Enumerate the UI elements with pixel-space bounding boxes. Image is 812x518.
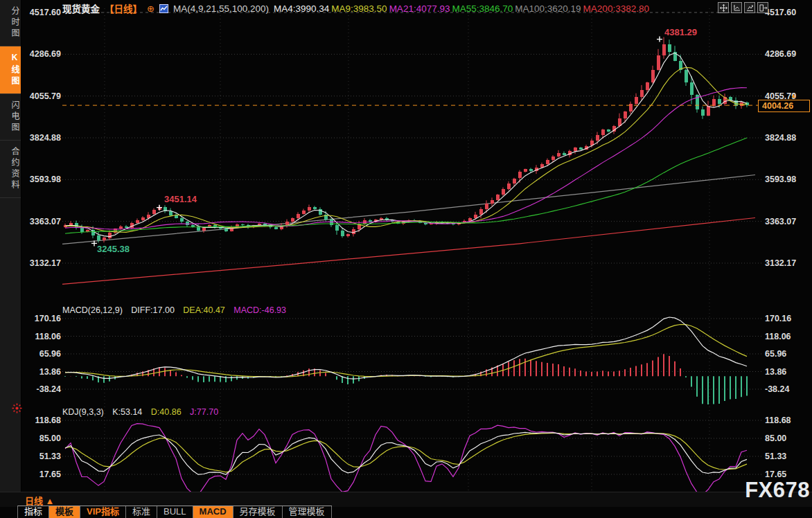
y-axis-label: 3593.98 [765, 175, 796, 184]
y-axis-label: 170.16 [35, 314, 61, 323]
kdj-layer [65, 424, 747, 495]
footer-tab[interactable]: 指标 [18, 506, 49, 518]
y-axis-label: 118.06 [35, 332, 61, 341]
toolbar-move-icon[interactable] [718, 2, 729, 13]
last-price-tag: 4004.26 [758, 100, 810, 112]
y-axis-label: 118.68 [35, 416, 61, 425]
period-tag: 【日线】 [105, 1, 142, 15]
ma-lines [65, 53, 747, 237]
y-axis-label: 118.06 [765, 332, 791, 341]
add-compare-icon[interactable]: ⊕ [147, 4, 155, 13]
footer-tab[interactable]: BULL [157, 506, 193, 518]
y-axis-label: 3363.07 [765, 217, 796, 226]
ma-overlay-lines [62, 175, 755, 285]
footer-tab[interactable]: MACD [193, 506, 233, 518]
y-axis-label: 170.16 [765, 314, 791, 323]
y-axis-label: 13.86 [765, 367, 786, 377]
y-axis-label: 3132.17 [765, 258, 796, 268]
kdj-title: KDJ(9,3,3) [62, 407, 104, 417]
ma-value: MA55:3846.70 [452, 3, 513, 14]
trading-terminal: 3245.383451.144381.294517.604517.604286.… [0, 0, 812, 518]
toolbar-popout-icon[interactable] [757, 2, 768, 13]
macd-diff-value: DIFF:17.00 [131, 305, 175, 315]
y-axis-label: 51.33 [39, 452, 61, 461]
dea-line [65, 325, 747, 377]
y-axis-label: -38.24 [37, 384, 61, 394]
gridlines [62, 8, 762, 492]
macd-dea-value: DEA:40.47 [183, 305, 224, 315]
ma-params-label: MA(4,9,21,55,100,200) [173, 3, 269, 14]
kdj-header: KDJ(9,3,3) K:53.14 D:40.86 J:77.70 [62, 407, 224, 417]
ma-value: MA200:3382.80 [583, 3, 649, 14]
y-axis-label: 4517.60 [30, 8, 61, 17]
ma-value: MA4:3990.34 [274, 3, 329, 14]
toolbar-trend-icon[interactable] [744, 2, 755, 13]
kdj-j-value: J:77.70 [190, 407, 218, 417]
mini-chart-icon[interactable] [159, 4, 168, 13]
macd-header: MACD(26,12,9) DIFF:17.00 DEA:40.47 MACD:… [62, 305, 292, 315]
sidebar-item[interactable]: K线图 [0, 46, 21, 94]
ma-value: MA21:4077.93 [389, 3, 450, 14]
footer-tab[interactable]: VIP指标 [80, 506, 126, 518]
alert-starburst-icon [11, 402, 23, 417]
chart-header: 现货黄金 【日线】 ⊕ MA(4,9,21,55,100,200) MA4:39… [62, 2, 651, 15]
footer-tab[interactable]: 标准 [126, 506, 157, 518]
price-marker-icon: ▲ [791, 92, 797, 99]
diff-line [65, 317, 747, 379]
footer-tab[interactable]: 管理模板 [283, 506, 332, 518]
chart-canvas[interactable]: 3245.383451.144381.294517.604517.604286.… [0, 0, 812, 518]
ma-value: MA9:3983.50 [331, 3, 387, 14]
sidebar-item[interactable]: 分时图 [0, 0, 21, 46]
y-axis-label: 118.68 [765, 416, 791, 425]
price-annotation: 3451.14 [164, 194, 197, 204]
y-axis-label: 65.96 [765, 349, 786, 359]
ma-values: MA4:3990.34MA9:3983.50MA21:4077.93MA55:3… [274, 3, 651, 14]
macd-title: MACD(26,12,9) [62, 305, 123, 315]
macd-layer [65, 317, 747, 406]
d-line [65, 433, 747, 472]
y-axis-label: 85.00 [765, 434, 786, 443]
y-axis-label: 4517.60 [765, 8, 796, 17]
watermark: FX678 [745, 478, 810, 503]
chart-type-sidebar: 分时图K线图闪电图合约资料 [0, 0, 21, 492]
macd-value: MACD:-46.93 [233, 305, 286, 315]
y-axis-label: 3824.88 [30, 133, 61, 143]
axis-labels: 4517.604517.604286.694286.694055.794055.… [30, 8, 796, 505]
sidebar-item[interactable]: 合约资料 [0, 141, 21, 198]
y-axis-label: 17.65 [39, 470, 61, 479]
price-annotation: 3245.38 [97, 244, 130, 254]
footer-tab[interactable]: 模板 [49, 506, 80, 518]
chart-toolbar [718, 2, 768, 13]
indicator-tab-bar: 指标模板VIP指标标准BULLMACD另存模板管理模板 [17, 506, 332, 518]
x-axis-row: 日线 ▲ [0, 492, 812, 507]
y-axis-label: 85.00 [39, 434, 61, 443]
symbol-name: 现货黄金 [62, 1, 100, 15]
y-axis-label: 51.33 [765, 452, 786, 461]
y-axis-label: 3824.88 [765, 133, 796, 143]
y-axis-label: 65.96 [39, 349, 61, 359]
y-axis-label: 4286.69 [765, 49, 796, 59]
sidebar-item[interactable]: 闪电图 [0, 94, 21, 141]
kdj-d-value: D:40.86 [151, 407, 182, 417]
y-axis-label: 13.86 [39, 367, 61, 377]
j-line [65, 424, 747, 495]
y-axis-label: 3132.17 [30, 258, 61, 268]
y-axis-label: 3363.07 [30, 217, 61, 226]
y-axis-label: 4055.79 [30, 91, 61, 101]
toolbar-scale-icon[interactable] [731, 2, 742, 13]
price-annotation: 4381.29 [664, 27, 697, 37]
y-axis-label: 3593.98 [30, 175, 61, 184]
footer-tab[interactable]: 另存模板 [233, 506, 283, 518]
ma-value: MA100:3620.19 [515, 3, 581, 14]
y-axis-label: -38.24 [765, 384, 789, 394]
kdj-k-value: K:53.14 [112, 407, 142, 417]
y-axis-label: 4286.69 [30, 49, 61, 59]
